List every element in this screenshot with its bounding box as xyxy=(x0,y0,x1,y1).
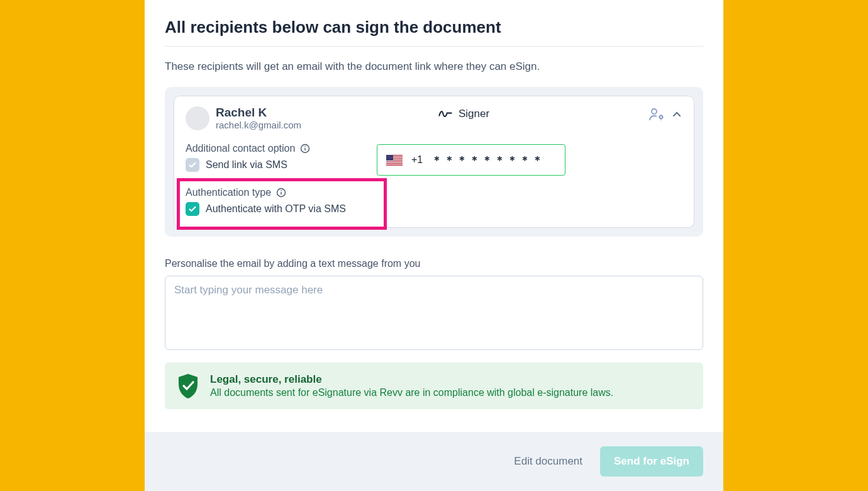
send-for-esign-button[interactable]: Send for eSign xyxy=(600,446,703,477)
svg-point-4 xyxy=(305,146,306,147)
recipient-actions xyxy=(648,108,682,121)
svg-rect-9 xyxy=(386,161,403,161)
user-settings-icon[interactable] xyxy=(648,108,665,121)
recipient-email: rachel.k@gmail.com xyxy=(216,120,301,130)
auth-sms-label: Authenticate with OTP via SMS xyxy=(206,203,346,215)
auth-type-label-row: Authentication type xyxy=(186,187,682,198)
auth-sms-row[interactable]: Authenticate with OTP via SMS xyxy=(186,202,682,216)
sms-link-checkbox[interactable] xyxy=(186,158,199,172)
role-selector[interactable]: Signer xyxy=(438,108,489,120)
chevron-up-icon[interactable] xyxy=(671,109,682,120)
phone-input[interactable]: +1 ＊＊＊＊＊＊＊＊＊ xyxy=(377,144,565,176)
legal-banner: Legal, secure, reliable All documents se… xyxy=(165,363,703,409)
info-icon[interactable] xyxy=(276,188,286,198)
legal-title: Legal, secure, reliable xyxy=(210,373,613,386)
sms-link-label: Send link via SMS xyxy=(206,159,287,171)
svg-rect-12 xyxy=(386,155,393,161)
recipient-card-wrapper: Rachel K rachel.k@gmail.com Signer xyxy=(165,87,703,237)
personalise-label: Personalise the email by adding a text m… xyxy=(165,258,703,269)
main-panel: All recipients below can sign the docume… xyxy=(145,0,723,491)
check-icon xyxy=(188,205,197,213)
legal-text: Legal, secure, reliable All documents se… xyxy=(210,373,613,398)
page-subtitle: These recipients will get an email with … xyxy=(165,60,703,73)
svg-point-0 xyxy=(652,109,657,114)
auth-sms-checkbox[interactable] xyxy=(186,202,199,216)
dial-code: +1 xyxy=(411,154,423,166)
content-area: All recipients below can sign the docume… xyxy=(145,0,723,422)
page-title: All recipients below can sign the docume… xyxy=(165,18,703,37)
signature-icon xyxy=(438,109,452,119)
additional-contact-label: Additional contact option xyxy=(186,143,295,154)
footer-bar: Edit document Send for eSign xyxy=(145,432,723,491)
legal-desc: All documents sent for eSignature via Re… xyxy=(210,387,613,398)
svg-rect-10 xyxy=(386,162,403,162)
message-input[interactable] xyxy=(165,276,703,350)
role-label: Signer xyxy=(459,108,489,120)
check-icon xyxy=(188,161,197,169)
divider xyxy=(165,46,703,47)
recipient-name: Rachel K xyxy=(216,106,301,120)
auth-type-label: Authentication type xyxy=(186,187,271,198)
recipient-card: Rachel K rachel.k@gmail.com Signer xyxy=(174,96,694,228)
svg-point-15 xyxy=(281,190,282,191)
phone-mask: ＊＊＊＊＊＊＊＊＊ xyxy=(431,153,545,167)
shield-check-icon xyxy=(176,373,200,399)
us-flag-icon xyxy=(386,155,403,166)
recipient-name-block: Rachel K rachel.k@gmail.com xyxy=(216,106,301,130)
recipient-header-row: Rachel K rachel.k@gmail.com xyxy=(186,106,682,130)
edit-document-button[interactable]: Edit document xyxy=(514,455,582,468)
info-icon[interactable] xyxy=(300,144,310,154)
svg-rect-11 xyxy=(386,164,403,164)
avatar xyxy=(186,106,209,130)
